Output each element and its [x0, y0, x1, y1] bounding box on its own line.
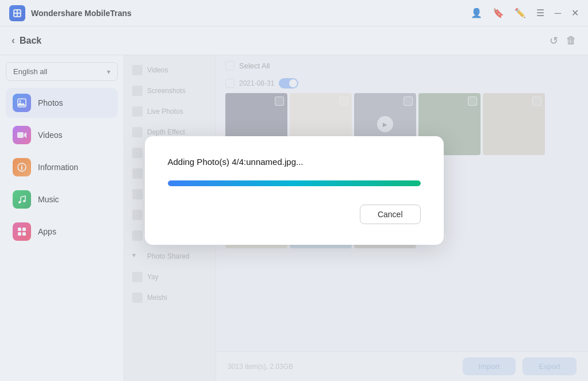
modal-message: Adding Photo(s) 4/4:unnamed.jpg...: [168, 157, 421, 167]
progress-bar-fill: [168, 180, 421, 186]
progress-bar-bg: [168, 180, 421, 186]
modal-overlay: Adding Photo(s) 4/4:unnamed.jpg... Cance…: [0, 0, 588, 381]
modal-box: Adding Photo(s) 4/4:unnamed.jpg... Cance…: [145, 136, 444, 245]
modal-actions: Cancel: [168, 205, 421, 224]
cancel-button[interactable]: Cancel: [360, 205, 421, 224]
